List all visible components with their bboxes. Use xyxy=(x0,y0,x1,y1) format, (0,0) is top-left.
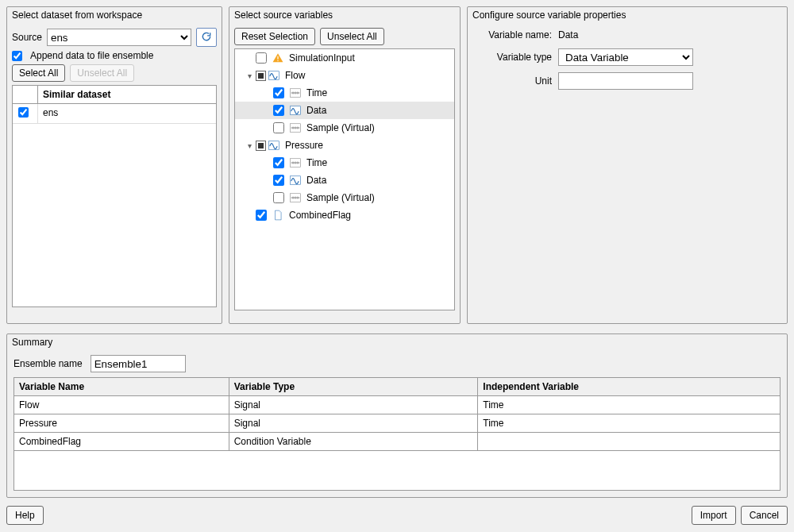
tree-row-label: Sample (Virtual) xyxy=(303,122,375,133)
tree-row[interactable]: ▾Pressure xyxy=(235,137,454,154)
doc-icon xyxy=(272,209,284,222)
panel-select-dataset-title: Select dataset from workspace xyxy=(7,7,222,25)
tree-row-label: Data xyxy=(303,175,326,186)
unselect-all-button[interactable]: Unselect All xyxy=(70,64,134,82)
summary-column-header: Independent Variable xyxy=(478,378,781,396)
append-label: Append data to file ensemble xyxy=(30,50,153,61)
summary-column-header: Variable Name xyxy=(14,378,229,396)
unit-input[interactable] xyxy=(558,72,693,90)
dataset-row[interactable]: ens xyxy=(13,104,216,124)
signal-icon xyxy=(268,69,280,82)
summary-table: Variable NameVariable TypeIndependent Va… xyxy=(13,377,781,451)
panel-select-dataset: Select dataset from workspace Source ens… xyxy=(6,6,222,324)
summary-cell: Flow xyxy=(14,396,229,414)
tree-row[interactable]: CombinedFlag xyxy=(235,206,454,224)
panel-properties-title: Configure source variable properties xyxy=(468,7,787,25)
summary-cell xyxy=(478,433,781,451)
tree-expand-icon[interactable]: ▾ xyxy=(245,71,254,80)
tree-checkbox[interactable] xyxy=(256,210,267,221)
tree-checkbox[interactable] xyxy=(273,87,284,98)
tree-checkbox[interactable] xyxy=(256,71,266,81)
variable-name-label: Variable name: xyxy=(472,29,552,40)
axis-icon xyxy=(289,156,302,169)
panel-properties: Configure source variable properties Var… xyxy=(467,6,788,324)
import-button[interactable]: Import xyxy=(692,506,736,525)
tree-row[interactable]: Data xyxy=(235,172,454,189)
reset-selection-button[interactable]: Reset Selection xyxy=(234,28,315,45)
source-variables-tree[interactable]: SimulationInput▾FlowTimeDataSample (Virt… xyxy=(234,48,455,310)
summary-cell: Signal xyxy=(229,396,478,414)
tree-row-label: SimulationInput xyxy=(286,52,355,64)
select-all-button[interactable]: Select All xyxy=(12,64,65,82)
similar-dataset-table: Similar dataset ens xyxy=(12,85,217,307)
panel-summary: Summary Ensemble name Variable NameVaria… xyxy=(6,333,788,498)
help-button[interactable]: Help xyxy=(6,506,44,525)
tree-checkbox[interactable] xyxy=(273,192,284,203)
variable-type-label: Variable type xyxy=(472,52,552,63)
ensemble-name-label: Ensemble name xyxy=(13,358,83,369)
tree-checkbox[interactable] xyxy=(273,157,284,168)
similar-dataset-header: Similar dataset xyxy=(38,86,216,103)
summary-column-header: Variable Type xyxy=(229,378,478,396)
tree-expand-icon[interactable]: ▾ xyxy=(245,141,254,150)
tree-row[interactable]: Time xyxy=(235,154,454,172)
summary-cell: Time xyxy=(478,414,781,433)
panel-source-variables-title: Select source variables xyxy=(229,7,460,25)
signal-icon xyxy=(289,174,302,187)
variable-type-dropdown[interactable]: Data Variable xyxy=(558,48,693,66)
tree-checkbox[interactable] xyxy=(273,175,284,186)
axis-icon xyxy=(289,121,302,134)
tree-checkbox[interactable] xyxy=(256,141,266,151)
tree-checkbox[interactable] xyxy=(273,122,284,133)
tree-row[interactable]: Sample (Virtual) xyxy=(235,189,454,206)
variable-name-value: Data xyxy=(558,28,701,42)
dataset-row-name: ens xyxy=(38,104,216,123)
refresh-icon xyxy=(201,31,212,44)
warning-icon xyxy=(272,52,284,64)
summary-cell: Pressure xyxy=(14,414,229,433)
tree-checkbox[interactable] xyxy=(256,52,267,64)
source-dropdown[interactable]: ens xyxy=(47,29,191,46)
summary-cell: Condition Variable xyxy=(229,433,478,451)
unselect-all-vars-button[interactable]: Unselect All xyxy=(320,28,384,45)
summary-table-empty-area xyxy=(13,451,781,491)
summary-cell: CombinedFlag xyxy=(14,433,229,451)
tree-row-label: CombinedFlag xyxy=(286,210,351,221)
refresh-button[interactable] xyxy=(196,28,217,47)
summary-cell: Signal xyxy=(229,414,478,433)
signal-icon xyxy=(268,139,280,152)
summary-row: FlowSignalTime xyxy=(14,396,781,414)
unit-label: Unit xyxy=(472,75,552,87)
cancel-button[interactable]: Cancel xyxy=(741,506,788,525)
tree-row[interactable]: Time xyxy=(235,84,454,102)
tree-row-label: Pressure xyxy=(282,140,323,151)
tree-row[interactable]: Data xyxy=(235,102,454,119)
signal-icon xyxy=(289,104,302,117)
summary-row: CombinedFlagCondition Variable xyxy=(14,433,781,451)
tree-row-label: Sample (Virtual) xyxy=(303,192,375,203)
tree-row[interactable]: ▾Flow xyxy=(235,67,454,84)
dataset-row-checkbox[interactable] xyxy=(18,107,29,118)
panel-source-variables: Select source variables Reset Selection … xyxy=(229,6,461,324)
tree-row-label: Time xyxy=(303,157,327,168)
tree-checkbox[interactable] xyxy=(273,105,284,116)
panel-summary-title: Summary xyxy=(7,334,787,352)
summary-cell: Time xyxy=(478,396,781,414)
svg-rect-1 xyxy=(277,60,278,61)
tree-row[interactable]: Sample (Virtual) xyxy=(235,119,454,137)
summary-row: PressureSignalTime xyxy=(14,414,781,433)
tree-row-label: Flow xyxy=(282,70,305,81)
append-checkbox[interactable] xyxy=(12,51,22,61)
axis-icon xyxy=(289,191,302,204)
source-label: Source xyxy=(12,32,42,43)
tree-row[interactable]: SimulationInput xyxy=(235,49,454,67)
svg-rect-0 xyxy=(277,56,278,60)
ensemble-name-input[interactable] xyxy=(91,355,186,372)
tree-row-label: Data xyxy=(303,105,326,116)
tree-row-label: Time xyxy=(303,87,327,98)
axis-icon xyxy=(289,87,302,99)
